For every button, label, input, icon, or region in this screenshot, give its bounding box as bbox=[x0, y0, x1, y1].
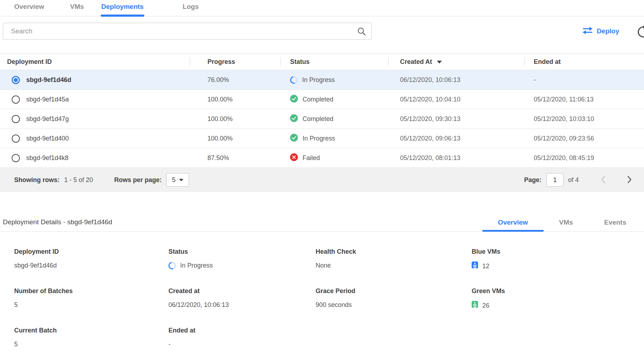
rows-per-page-select[interactable]: 5 bbox=[166, 173, 189, 187]
progress-value: 100.00% bbox=[190, 135, 280, 142]
details-grid: Deployment ID sbgd-9ef1d46d Status In Pr… bbox=[0, 232, 644, 352]
details-title: Deployment Details - sbgd-9ef1d46d bbox=[3, 218, 112, 231]
details-header: Deployment Details - sbgd-9ef1d46d Overv… bbox=[0, 215, 644, 232]
previous-page-button[interactable] bbox=[599, 174, 607, 186]
ended-at-value: 05/12/2020, 10:03:10 bbox=[524, 115, 644, 123]
deploy-button[interactable]: Deploy bbox=[580, 26, 621, 37]
radio-icon[interactable] bbox=[12, 134, 20, 143]
field-number-of-batches: Number of Batches 5 bbox=[14, 287, 168, 310]
check-circle-icon bbox=[290, 134, 298, 143]
status-label: In Progress bbox=[302, 135, 335, 142]
field-ended-at: Ended at - bbox=[168, 327, 316, 348]
swap-arrows-icon bbox=[582, 26, 593, 37]
details-tab-overview[interactable]: Overview bbox=[482, 219, 544, 231]
showing-rows-value: 1 - 5 of 20 bbox=[64, 176, 93, 184]
page-total-label: of 4 bbox=[568, 176, 579, 184]
tab-deployments[interactable]: Deployments bbox=[101, 3, 144, 16]
refresh-icon[interactable] bbox=[637, 26, 644, 40]
spinner-icon bbox=[289, 75, 299, 85]
deployment-id: sbgd-9ef1d46d bbox=[26, 76, 71, 84]
sort-desc-icon[interactable] bbox=[437, 61, 442, 64]
field-green-vms: Green VMs 26 bbox=[472, 287, 644, 310]
deployments-table: Deployment ID Progress Status Created At… bbox=[0, 54, 644, 192]
check-circle-icon bbox=[290, 95, 298, 104]
details-tab-vms[interactable]: VMs bbox=[544, 219, 589, 231]
field-current-batch: Current Batch 5 bbox=[14, 327, 168, 348]
ended-at-value: 05/12/2020, 08:45:19 bbox=[524, 154, 644, 162]
tab-vms[interactable]: VMs bbox=[70, 3, 84, 16]
field-health-check: Health Check None bbox=[316, 248, 472, 271]
deploy-button-label: Deploy bbox=[597, 27, 619, 35]
field-created-at: Created at 06/12/2020, 10:06:13 bbox=[168, 287, 316, 310]
created-at-value: 05/12/2020, 09:30:13 bbox=[388, 115, 524, 123]
chevron-down-icon bbox=[179, 179, 183, 181]
vm-blue-icon bbox=[472, 262, 478, 271]
main-tab-bar: Overview VMs Deployments Logs bbox=[0, 0, 644, 16]
column-header-ended-at[interactable]: Ended at bbox=[524, 54, 644, 70]
search-icon[interactable] bbox=[357, 27, 366, 37]
progress-value: 76.00% bbox=[190, 76, 280, 84]
field-status: Status In Progress bbox=[168, 248, 316, 271]
status-label: Failed bbox=[302, 154, 320, 162]
page-label: Page: bbox=[524, 176, 542, 184]
radio-icon[interactable] bbox=[12, 115, 20, 123]
deployment-id: sbgd-9ef1d47g bbox=[26, 115, 69, 123]
ended-at-value: 05/12/2020, 09:23:56 bbox=[524, 135, 644, 142]
table-row[interactable]: sbgd-9ef1d400 100.00% In Progress 05/12/… bbox=[0, 129, 644, 148]
table-row[interactable]: sbgd-9ef1d45a 100.00% Completed 05/12/20… bbox=[0, 90, 644, 109]
x-circle-icon bbox=[290, 153, 298, 163]
field-blue-vms: Blue VMs 12 bbox=[472, 248, 644, 271]
created-at-value: 05/12/2020, 10:04:10 bbox=[388, 96, 524, 103]
created-at-value: 05/12/2020, 08:01:13 bbox=[388, 154, 524, 162]
showing-rows-label: Showing rows: bbox=[14, 176, 60, 184]
deployment-id: sbgd-9ef1d45a bbox=[26, 96, 69, 103]
deployment-id: sbgd-9ef1d4k8 bbox=[26, 154, 68, 162]
chevron-left-icon bbox=[601, 180, 606, 185]
toolbar: Deploy bbox=[3, 23, 644, 40]
progress-value: 87.50% bbox=[190, 154, 280, 162]
column-header-created-at[interactable]: Created At bbox=[388, 54, 524, 70]
rows-per-page-label: Rows per page: bbox=[114, 176, 162, 184]
created-at-value: 06/12/2020, 10:06:13 bbox=[388, 76, 524, 84]
progress-value: 100.00% bbox=[190, 96, 280, 103]
deployment-id: sbgd-9ef1d400 bbox=[26, 135, 69, 142]
column-header-progress[interactable]: Progress bbox=[190, 54, 280, 70]
field-deployment-id: Deployment ID sbgd-9ef1d46d bbox=[14, 248, 168, 271]
details-tab-events[interactable]: Events bbox=[589, 219, 642, 231]
radio-icon[interactable] bbox=[12, 154, 20, 162]
column-header-status[interactable]: Status bbox=[280, 54, 388, 70]
table-pagination-bar: Showing rows: 1 - 5 of 20 Rows per page:… bbox=[0, 168, 644, 192]
search-box bbox=[3, 23, 372, 40]
table-row[interactable]: sbgd-9ef1d47g 100.00% Completed 05/12/20… bbox=[0, 109, 644, 129]
radio-icon[interactable] bbox=[12, 95, 20, 104]
progress-value: 100.00% bbox=[190, 115, 280, 123]
status-label: In Progress bbox=[302, 76, 335, 84]
field-grace-period: Grace Period 900 seconds bbox=[316, 287, 472, 310]
check-circle-icon bbox=[290, 114, 298, 124]
radio-selected-icon[interactable] bbox=[12, 76, 20, 84]
spinner-icon bbox=[167, 260, 177, 271]
status-label: Completed bbox=[302, 115, 333, 123]
tab-overview[interactable]: Overview bbox=[14, 3, 44, 16]
ended-at-value: 05/12/2020, 11:06:13 bbox=[524, 96, 644, 103]
created-at-value: 05/12/2020, 09:06:13 bbox=[388, 135, 524, 142]
table-row[interactable]: sbgd-9ef1d46d 76.00% In Progress 06/12/2… bbox=[0, 70, 644, 90]
table-row[interactable]: sbgd-9ef1d4k8 87.50% Failed 05/12/2020, … bbox=[0, 148, 644, 168]
ended-at-value: - bbox=[524, 76, 644, 84]
column-header-deployment-id[interactable]: Deployment ID bbox=[0, 54, 190, 70]
next-page-button[interactable] bbox=[626, 174, 633, 186]
page-number-input[interactable] bbox=[546, 173, 564, 187]
vm-green-icon bbox=[472, 301, 478, 310]
tab-logs[interactable]: Logs bbox=[183, 3, 199, 16]
search-input[interactable] bbox=[3, 23, 372, 40]
table-header-row: Deployment ID Progress Status Created At… bbox=[0, 54, 644, 70]
status-label: Completed bbox=[302, 96, 333, 103]
chevron-right-icon bbox=[627, 180, 632, 185]
